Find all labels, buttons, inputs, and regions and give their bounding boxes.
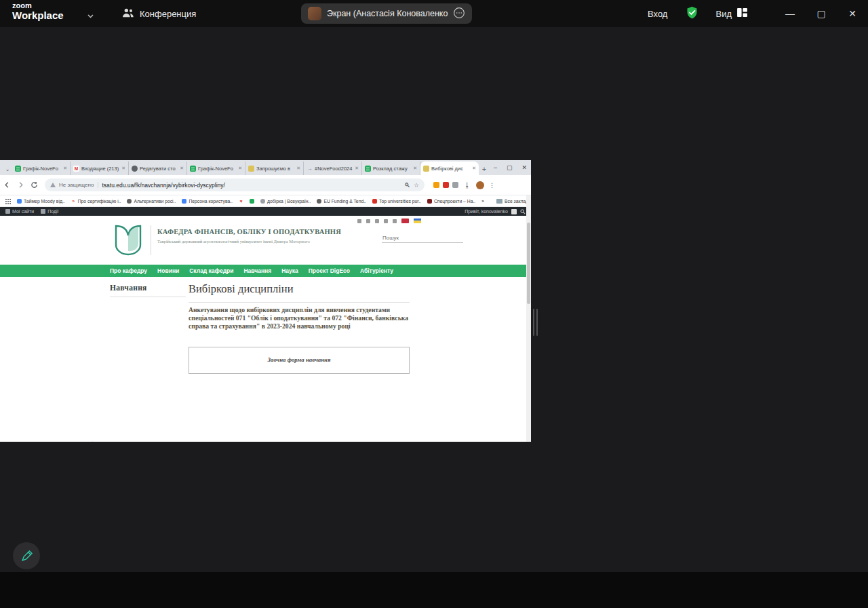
- bookmark-label: Спецпроекти – На..: [434, 199, 475, 204]
- bookmark-item[interactable]: »Про сертифікацію і..: [71, 199, 121, 204]
- tab-close-icon[interactable]: ✕: [121, 166, 125, 171]
- globe-favicon-icon: [132, 166, 138, 172]
- layout-grid-icon[interactable]: [737, 7, 747, 20]
- bookmark-item[interactable]: Таймер Moody від..: [17, 199, 65, 204]
- browser-tab[interactable]: Редагувати сто✕: [129, 162, 187, 175]
- bookmark-item[interactable]: [250, 199, 254, 204]
- browser-tab[interactable]: Графік-NoveFo✕: [187, 162, 245, 175]
- tab-close-icon[interactable]: ✕: [413, 166, 417, 171]
- forward-icon[interactable]: [14, 179, 27, 191]
- bookmark-item[interactable]: ♥: [239, 199, 243, 204]
- zaochna-table-caption: Заочна форма навчання: [189, 347, 410, 374]
- annotate-button[interactable]: [13, 542, 40, 569]
- bookmarks-overflow[interactable]: »: [481, 199, 484, 204]
- site-top-icons: [357, 218, 421, 223]
- tab-close-icon[interactable]: ✕: [63, 166, 67, 171]
- browser-maximize-button[interactable]: ▢: [507, 164, 513, 171]
- panel-resize-handle[interactable]: [533, 309, 538, 336]
- chevron-down-icon[interactable]: [87, 10, 94, 22]
- doc-favicon-icon: [248, 166, 254, 172]
- tab-close-icon[interactable]: ✕: [238, 166, 242, 171]
- browser-tabstrip: ⌄ Графік-NoveFo✕MВходящие (213)✕Редагува…: [0, 160, 531, 175]
- bookmark-item[interactable]: Персона користува..: [182, 199, 233, 204]
- page-title: Вибіркові дисципліни: [189, 282, 410, 296]
- minimize-button[interactable]: —: [774, 8, 806, 19]
- sheets-bookmark-icon: [250, 199, 254, 204]
- bookmark-item[interactable]: EU Funding & Tend..: [317, 199, 366, 204]
- bookmark-item[interactable]: Top universities pur..: [372, 199, 421, 204]
- bookmark-label: Таймер Moody від..: [24, 199, 65, 204]
- wp-search-icon[interactable]: [520, 209, 526, 214]
- browser-scrollbar[interactable]: [526, 195, 531, 442]
- site-nav-item[interactable]: Навчання: [243, 267, 271, 274]
- department-logo[interactable]: [113, 223, 143, 259]
- tab-title: Графік-NoveFo: [23, 166, 61, 172]
- site-nav-item[interactable]: Про кафедру: [110, 267, 147, 274]
- tab-title: Графік-NoveFo: [198, 166, 236, 172]
- wp-site-link[interactable]: Події: [41, 209, 58, 214]
- site-nav-item[interactable]: Наука: [281, 267, 298, 274]
- reload-icon[interactable]: [27, 179, 41, 191]
- address-bar[interactable]: Не защищено tsatu.edu.ua/fk/navchannja/v…: [45, 178, 425, 191]
- redch-bookmark-icon: »: [71, 199, 76, 204]
- zoom-page-icon[interactable]: 🔍︎: [404, 182, 410, 189]
- site-search-input[interactable]: [382, 233, 463, 243]
- wrench-icon: [5, 209, 10, 214]
- wp-greeting[interactable]: Привіт, konovalenko: [465, 209, 508, 214]
- not-secure-icon: [50, 183, 56, 187]
- tab-title: #NoveFood2024: [315, 166, 353, 172]
- maximize-button[interactable]: ▢: [806, 8, 837, 19]
- tab-close-icon[interactable]: ✕: [296, 166, 300, 171]
- wp-my-sites[interactable]: Мої сайти: [5, 209, 34, 214]
- tab-conference[interactable]: Конференция: [122, 0, 196, 27]
- back-icon[interactable]: [0, 179, 14, 191]
- browser-tab[interactable]: Графік-NoveFo✕: [12, 162, 71, 175]
- login-button[interactable]: Вход: [648, 9, 667, 19]
- browser-tab[interactable]: Вибіркові дис✕: [420, 162, 479, 175]
- browser-close-button[interactable]: ✕: [521, 164, 527, 171]
- tab-close-icon[interactable]: ✕: [180, 166, 184, 171]
- logo-text-zoom: zoom: [12, 2, 64, 10]
- apps-grid-icon[interactable]: [5, 195, 11, 207]
- blue-bookmark-icon: [17, 199, 22, 204]
- ellipsis-circle-icon[interactable]: [453, 7, 465, 21]
- tab-close-icon[interactable]: ✕: [472, 166, 476, 171]
- bookmark-star-icon[interactable]: ☆: [414, 182, 419, 189]
- ukraine-flag-icon[interactable]: [414, 218, 421, 223]
- social-badge-icon[interactable]: [401, 218, 409, 223]
- close-button[interactable]: ✕: [837, 8, 868, 19]
- site-nav-item[interactable]: Новини: [157, 267, 179, 274]
- tab-search-chevron-icon[interactable]: ⌄: [3, 166, 12, 172]
- tab-conference-label: Конференция: [140, 9, 196, 19]
- new-tab-button[interactable]: +: [479, 165, 490, 173]
- wordpress-admin-bar: Мої сайти Події Привіт, konovalenko: [0, 207, 531, 216]
- site-nav-item[interactable]: Проєкт DigEco: [309, 267, 350, 274]
- site-nav-item[interactable]: Абітурієнту: [360, 267, 393, 274]
- browser-tab[interactable]: Розклад стажу✕: [362, 162, 420, 175]
- tab-title: Редагувати сто: [140, 166, 178, 172]
- tab-close-icon[interactable]: ✕: [355, 166, 359, 171]
- tab-title: Входящие (213): [81, 166, 119, 172]
- security-shield-icon[interactable]: [685, 5, 699, 22]
- bookmark-item[interactable]: добірка | Всеукраїн..: [260, 199, 311, 204]
- browser-minimize-button[interactable]: –: [494, 164, 497, 171]
- bookmark-item[interactable]: Спецпроекти – На..: [427, 199, 475, 204]
- site-nav-item[interactable]: Склад кафедри: [189, 267, 233, 274]
- tab-title: Вибіркові дис: [431, 166, 470, 172]
- url-text[interactable]: tsatu.edu.ua/fk/navchannja/vybirkovi-dys…: [102, 182, 400, 189]
- browser-menu-icon[interactable]: ⋮: [489, 182, 495, 189]
- tab-screen-share[interactable]: Экран (Анастасія Коноваленко: [301, 3, 472, 24]
- security-label[interactable]: Не защищено: [59, 182, 98, 188]
- browser-tab[interactable]: MВходящие (213)✕: [71, 162, 129, 175]
- extension-icon[interactable]: [433, 182, 439, 188]
- browser-profile-avatar[interactable]: [476, 181, 484, 189]
- bookmark-item[interactable]: Альтернативи росі..: [127, 199, 176, 204]
- view-button[interactable]: Вид: [715, 9, 732, 19]
- download-icon[interactable]: ⭳: [464, 181, 471, 189]
- browser-tab[interactable]: →#NoveFood2024✕: [304, 162, 362, 175]
- extension-icon[interactable]: [443, 182, 449, 188]
- wp-avatar: [511, 209, 517, 214]
- browser-tab[interactable]: Запрошуємо в✕: [245, 162, 304, 175]
- extension-icon[interactable]: [452, 182, 458, 188]
- logo-text-workplace: Workplace: [12, 10, 64, 21]
